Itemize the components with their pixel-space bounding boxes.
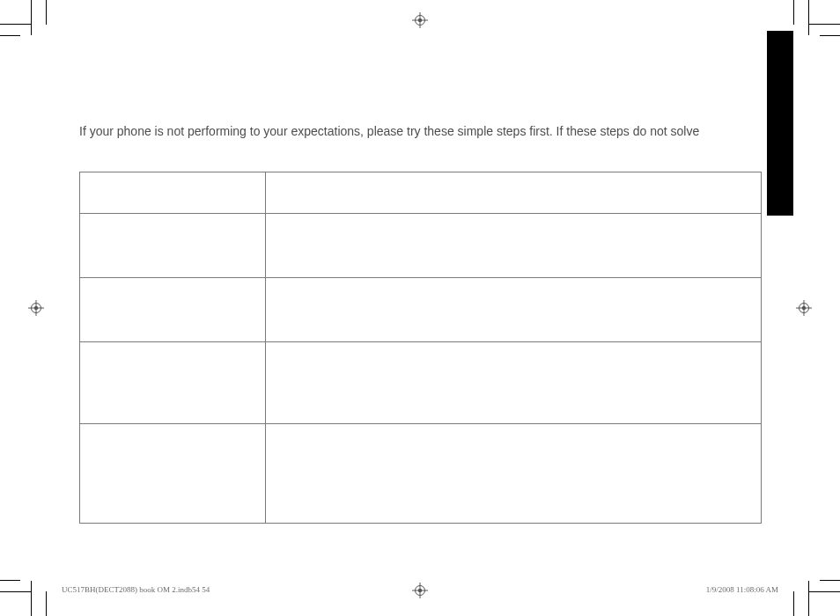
svg-point-0 (416, 16, 425, 26)
svg-point-12 (799, 304, 809, 313)
table-cell (266, 172, 762, 214)
intro-paragraph: If your phone is not performing to your … (79, 123, 761, 139)
registration-mark-icon (28, 300, 44, 316)
table-row (80, 172, 762, 214)
footer-left-text: UC517BH(DECT2088) book OM 2.indb54 54 (62, 585, 210, 594)
section-tab (767, 31, 793, 216)
table-cell (80, 424, 266, 524)
table-cell (80, 172, 266, 214)
registration-mark-icon (796, 300, 812, 316)
table-cell (266, 278, 762, 342)
crop-mark-bottom-right (787, 572, 840, 616)
svg-point-8 (32, 304, 41, 313)
table-cell (80, 342, 266, 424)
crop-mark-bottom-left (0, 572, 53, 616)
svg-point-9 (34, 306, 38, 310)
registration-mark-icon (412, 12, 428, 28)
svg-point-1 (418, 18, 422, 22)
table-row (80, 342, 762, 424)
table-row (80, 214, 762, 278)
svg-point-13 (802, 306, 806, 310)
table-cell (266, 424, 762, 524)
table-row (80, 424, 762, 524)
table-cell (266, 214, 762, 278)
table-row (80, 278, 762, 342)
table-cell (80, 278, 266, 342)
footer-right-text: 1/9/2008 11:08:06 AM (706, 585, 778, 594)
table-cell (266, 342, 762, 424)
crop-mark-top-right (787, 0, 840, 44)
crop-mark-top-left (0, 0, 53, 44)
table-cell (80, 214, 266, 278)
troubleshooting-table (79, 172, 762, 524)
print-footer: UC517BH(DECT2088) book OM 2.indb54 54 1/… (62, 585, 778, 594)
